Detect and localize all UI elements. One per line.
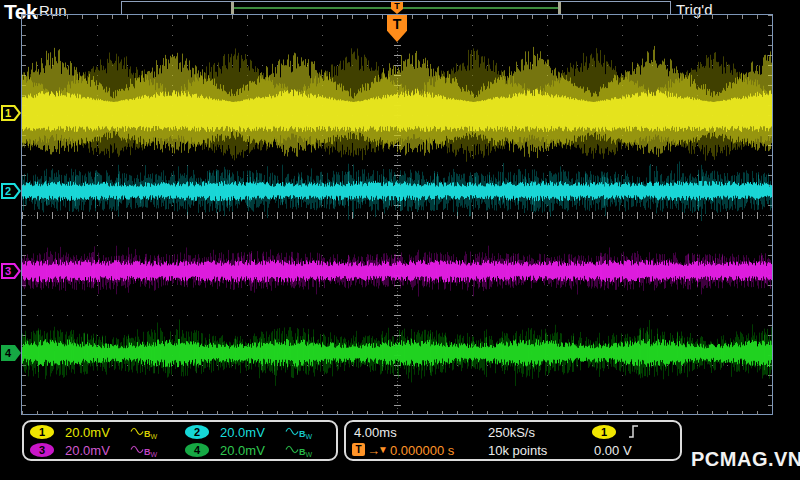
channel-4-badge: 4 — [185, 443, 209, 457]
channel-2-badge: 2 — [185, 425, 209, 439]
channel-1-scale: 20.0mV — [65, 425, 110, 440]
channel-1-bandwidth-icon: BW — [130, 426, 157, 439]
channel-4-scale: 20.0mV — [220, 443, 265, 458]
record-view-left-bracket — [231, 2, 234, 14]
trigger-position-readout: 0.000000 s — [390, 443, 454, 458]
channel-3-marker: 3 — [1, 263, 21, 279]
trigger-readout-box: 4.00ms 250kS/s 1 T → ▼ 0.000000 s 10k po… — [344, 420, 682, 461]
channel-1-marker: 1 — [1, 105, 21, 121]
channel-3-bandwidth-icon: BW — [130, 444, 157, 457]
trigger-slope-icon — [628, 424, 640, 443]
channel-3-scale: 20.0mV — [65, 443, 110, 458]
channel-4-bandwidth-icon: BW — [285, 444, 312, 457]
channel-2-marker: 2 — [1, 183, 21, 199]
watermark: PCMAG.VN — [691, 448, 800, 471]
record-view-right-bracket — [558, 2, 561, 14]
trigger-level-readout: 0.00 V — [594, 443, 632, 458]
trigger-source-badge: 1 — [592, 425, 616, 439]
sample-rate-readout: 250kS/s — [488, 425, 535, 440]
record-view-bar: T — [121, 1, 671, 15]
record-view-trigger-icon: T — [391, 2, 403, 14]
channel-4-marker: 4 — [1, 345, 21, 361]
record-length-readout: 10k points — [488, 443, 547, 458]
channel-2-bandwidth-icon: BW — [285, 426, 312, 439]
trigger-down-arrow-icon: ▼ — [378, 444, 388, 455]
channel-2-scale: 20.0mV — [220, 425, 265, 440]
oscilloscope-screen: Tek Run T Trig'd T 1 2 3 4 1 20.0mV BW — [0, 0, 800, 480]
channel-3-badge: 3 — [30, 443, 54, 457]
channel-1-badge: 1 — [30, 425, 54, 439]
channel-readout-box: 1 20.0mV BW 2 20.0mV BW 3 20.0mV BW 4 20… — [22, 420, 338, 461]
waveform-canvas — [22, 15, 772, 415]
timebase-readout: 4.00ms — [354, 425, 397, 440]
trigger-time-icon: T — [352, 443, 365, 456]
